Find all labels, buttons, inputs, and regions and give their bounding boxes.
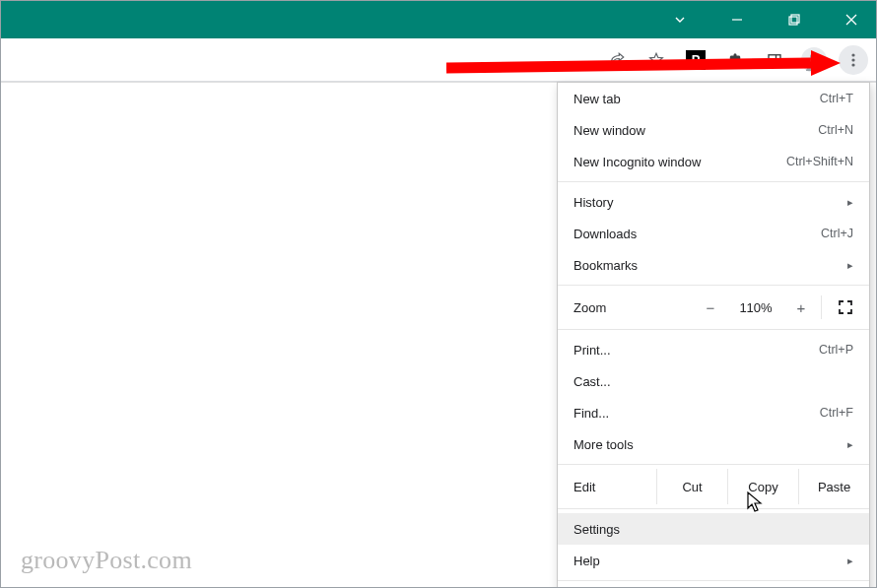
menu-new-incognito[interactable]: New Incognito window Ctrl+Shift+N [558, 146, 869, 177]
menu-zoom: Zoom − 110% + [558, 290, 869, 325]
watermark-text: groovyPost.com [21, 546, 192, 575]
menu-edit-row: Edit Cut Copy Paste [558, 469, 869, 504]
menu-settings[interactable]: Settings [558, 513, 869, 545]
menu-downloads[interactable]: Downloads Ctrl+J [558, 218, 869, 249]
bookmark-star-icon[interactable] [641, 45, 671, 75]
chevron-right-icon: ▸ [843, 196, 853, 209]
menu-find[interactable]: Find... Ctrl+F [558, 397, 869, 428]
chevron-right-icon: ▸ [843, 438, 853, 451]
zoom-in-button[interactable]: + [781, 299, 821, 316]
extension-p-icon[interactable]: P [681, 45, 710, 75]
svg-point-8 [810, 53, 818, 61]
fullscreen-button[interactable] [822, 299, 869, 315]
extensions-puzzle-icon[interactable] [720, 45, 750, 75]
menu-print[interactable]: Print... Ctrl+P [558, 334, 869, 365]
chevron-right-icon: ▸ [843, 555, 853, 567]
svg-point-11 [851, 63, 854, 66]
menu-bookmarks[interactable]: Bookmarks ▸ [558, 249, 869, 281]
menu-separator [558, 508, 869, 509]
close-button[interactable] [835, 1, 868, 38]
maximize-button[interactable] [777, 1, 811, 38]
more-menu-button[interactable] [839, 45, 868, 75]
edit-paste-button[interactable]: Paste [798, 469, 869, 504]
chrome-main-menu: New tab Ctrl+T New window Ctrl+N New Inc… [557, 82, 870, 588]
svg-point-9 [851, 53, 854, 56]
svg-rect-1 [789, 17, 797, 25]
tab-search-dropdown[interactable] [663, 1, 697, 38]
edit-label: Edit [558, 469, 656, 504]
profile-avatar[interactable] [799, 45, 829, 75]
menu-help[interactable]: Help ▸ [558, 545, 869, 576]
svg-rect-2 [791, 15, 799, 23]
menu-more-tools[interactable]: More tools ▸ [558, 428, 869, 460]
edit-copy-button[interactable]: Copy [727, 469, 798, 504]
zoom-label: Zoom [573, 300, 691, 315]
menu-new-tab[interactable]: New tab Ctrl+T [558, 83, 869, 114]
svg-rect-5 [769, 54, 780, 65]
chevron-right-icon: ▸ [843, 259, 853, 272]
menu-separator [558, 329, 869, 330]
menu-history[interactable]: History ▸ [558, 186, 869, 218]
menu-cast[interactable]: Cast... [558, 365, 869, 397]
reading-list-icon[interactable] [760, 45, 789, 75]
menu-separator [558, 181, 869, 182]
minimize-button[interactable] [720, 1, 754, 38]
menu-separator [558, 285, 869, 286]
menu-separator [558, 464, 869, 465]
window-titlebar [1, 1, 876, 38]
edit-cut-button[interactable]: Cut [656, 469, 727, 504]
menu-new-window[interactable]: New window Ctrl+N [558, 114, 869, 146]
svg-point-10 [851, 58, 854, 61]
zoom-out-button[interactable]: − [691, 299, 730, 316]
share-icon[interactable] [602, 45, 632, 75]
menu-separator [558, 580, 869, 581]
zoom-percent: 110% [730, 300, 781, 315]
browser-toolbar: P [1, 38, 876, 82]
